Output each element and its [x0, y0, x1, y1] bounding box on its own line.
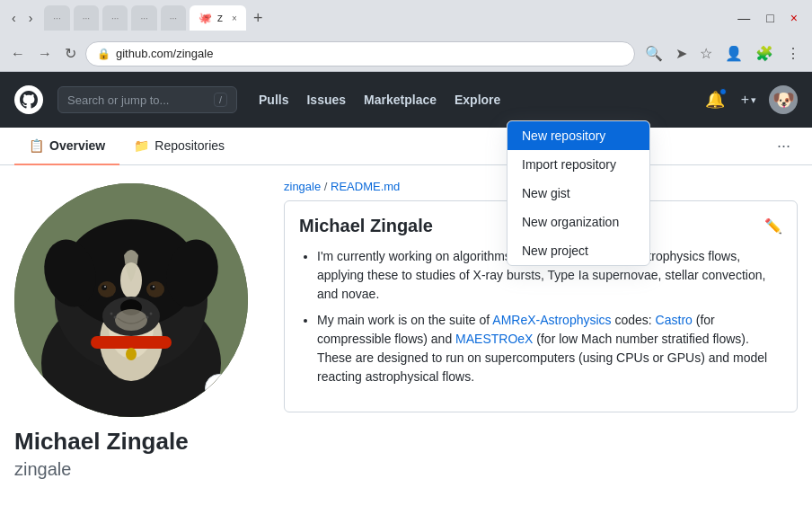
window-maximize-btn[interactable]: □ — [759, 9, 781, 27]
notifications-btn[interactable]: 🔔 — [702, 86, 728, 113]
address-text: github.com/zingale — [116, 47, 623, 60]
dropdown-item-new-org[interactable]: New organization — [508, 208, 649, 236]
window-minimize-btn[interactable]: — — [730, 9, 757, 27]
share-btn[interactable]: ➤ — [671, 42, 692, 65]
dropdown-item-new-repo[interactable]: New repository — [508, 121, 649, 150]
browser-tab-inactive-1[interactable]: ··· — [44, 5, 69, 31]
profile-tabs-bar: 📋 Overview 📁 Repositories ··· — [0, 128, 812, 165]
svg-point-14 — [150, 285, 155, 290]
castro-link[interactable]: Castro — [656, 313, 693, 327]
menu-btn[interactable]: ⋮ — [781, 42, 805, 65]
browser-title-bar: ‹ › ··· ··· ··· ··· ··· 🐙 z — [0, 0, 812, 36]
dropdown-item-import-repo[interactable]: Import repository — [508, 150, 649, 179]
breadcrumb-file-link[interactable]: README.md — [331, 180, 400, 193]
breadcrumb-separator: / — [321, 180, 331, 193]
readme-body: I'm currently working on algorithms for … — [299, 247, 782, 386]
github-nav: Pulls Issues Marketplace Explore — [252, 87, 687, 112]
svg-point-12 — [146, 281, 164, 297]
svg-point-20 — [126, 348, 137, 360]
emoji-button[interactable]: 😊 — [205, 374, 234, 403]
svg-point-24 — [150, 313, 153, 315]
window-controls: — □ × — [730, 9, 805, 27]
plus-icon: + — [741, 92, 749, 108]
browser-nav-bar: ← → ↻ 🔒 github.com/zingale 🔍 ➤ ☆ 👤 🧩 ⋮ — [0, 36, 812, 72]
user-avatar[interactable]: 🐶 — [769, 85, 798, 114]
dropdown-item-new-project[interactable]: New project — [508, 236, 649, 265]
tab-back-btn[interactable]: ‹ — [7, 9, 21, 27]
svg-rect-19 — [91, 336, 172, 349]
breadcrumb-owner-link[interactable]: zingale — [284, 180, 321, 193]
profile-sidebar: 😊 Michael Zingale zingale — [0, 165, 269, 523]
browser-back-btn[interactable]: ← — [7, 42, 29, 66]
svg-point-13 — [102, 285, 107, 290]
nav-issues[interactable]: Issues — [299, 87, 353, 112]
window-close-btn[interactable]: × — [783, 9, 805, 27]
browser-refresh-btn[interactable]: ↻ — [61, 41, 80, 66]
github-logo-icon — [20, 91, 38, 109]
dropdown-item-new-gist[interactable]: New gist — [508, 179, 649, 208]
create-dropdown-menu: New repository Import repository New gis… — [507, 120, 650, 266]
tab-overview-label: Overview — [49, 138, 105, 153]
github-header-actions: 🔔 + ▾ 🐶 — [702, 85, 798, 114]
avatar-icon: 🐶 — [772, 89, 795, 111]
tab-favicon: 🐙 — [199, 12, 212, 24]
profile-content-area: 😊 Michael Zingale zingale zingale / READ… — [0, 165, 812, 523]
browser-forward-btn[interactable]: → — [34, 42, 56, 66]
address-bar[interactable]: 🔒 github.com/zingale — [85, 41, 635, 66]
tab-forward-btn[interactable]: › — [24, 9, 38, 27]
create-new-btn[interactable]: + ▾ — [736, 88, 762, 111]
browser-tabs: ··· ··· ··· ··· ··· 🐙 z × + — [44, 5, 723, 31]
book-icon: 📋 — [29, 138, 44, 153]
maestroex-link[interactable]: MAESTROeX — [455, 332, 533, 346]
lock-icon: 🔒 — [97, 48, 110, 60]
readme-list-item-2: My main work is on the suite of AMReX-As… — [317, 311, 782, 386]
svg-point-15 — [104, 286, 106, 288]
svg-point-22 — [110, 313, 113, 315]
tab-repositories[interactable]: 📁 Repositories — [119, 128, 239, 165]
tab-repositories-label: Repositories — [154, 138, 225, 153]
tabs-more-btn[interactable]: ··· — [770, 129, 798, 163]
amrex-link[interactable]: AMReX-Astrophysics — [492, 313, 611, 327]
svg-point-16 — [153, 286, 154, 288]
github-logo[interactable] — [14, 85, 43, 114]
svg-point-11 — [98, 281, 116, 297]
search-shortcut-badge: / — [214, 93, 227, 107]
profile-avatar-container: 😊 — [14, 183, 248, 417]
notification-badge — [719, 88, 727, 95]
extensions-btn[interactable]: 🧩 — [751, 42, 778, 65]
new-tab-button[interactable]: + — [250, 9, 267, 28]
profile-avatar-btn[interactable]: 👤 — [720, 42, 747, 65]
zoom-btn[interactable]: 🔍 — [640, 42, 667, 65]
profile-full-name: Michael Zingale — [14, 428, 255, 456]
svg-point-21 — [115, 309, 147, 331]
github-search-bar[interactable]: Search or jump to... / — [57, 86, 237, 113]
nav-marketplace[interactable]: Marketplace — [357, 87, 444, 112]
readme-edit-btn[interactable]: ✏️ — [764, 217, 782, 235]
bookmark-btn[interactable]: ☆ — [695, 42, 717, 65]
browser-tab-inactive-5[interactable]: ··· — [161, 5, 186, 31]
tab-label: z — [217, 12, 223, 24]
github-header: Search or jump to... / Pulls Issues Mark… — [0, 72, 812, 128]
profile-username: zingale — [14, 459, 255, 480]
browser-tab-inactive-3[interactable]: ··· — [102, 5, 128, 31]
nav-pulls[interactable]: Pulls — [252, 87, 296, 112]
nav-extras: 🔍 ➤ ☆ 👤 🧩 ⋮ — [640, 42, 805, 65]
svg-point-25 — [146, 316, 149, 319]
tab-close-btn[interactable]: × — [232, 13, 237, 23]
browser-tab-inactive-4[interactable]: ··· — [131, 5, 156, 31]
browser-tab-inactive-2[interactable]: ··· — [74, 5, 99, 31]
plus-chevron-icon: ▾ — [751, 94, 756, 106]
browser-tab-active[interactable]: 🐙 z × — [190, 5, 246, 31]
readme-title: Michael Zingale — [299, 216, 433, 236]
tab-overview[interactable]: 📋 Overview — [14, 128, 119, 165]
nav-explore[interactable]: Explore — [447, 87, 508, 112]
search-placeholder-text: Search or jump to... — [67, 93, 207, 107]
repo-icon: 📁 — [134, 138, 149, 153]
svg-point-23 — [114, 316, 117, 319]
